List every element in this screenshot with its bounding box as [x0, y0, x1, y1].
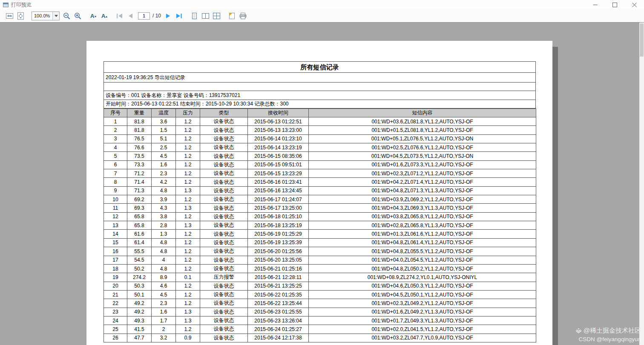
- table-cell: 1.7: [152, 316, 176, 325]
- table-cell: 2015-06-21 13:25:25: [248, 282, 309, 290]
- watermark-line1: @稀土掘金技术社区: [584, 327, 641, 335]
- report-device-line: 设备编号：001 设备名称：景享宴 设备号码：13917537021: [104, 91, 536, 100]
- page-number-input[interactable]: [138, 12, 150, 20]
- table-row: 1069.23.91.2设备状态2015-06-17 01:24:07001:W…: [104, 195, 536, 204]
- table-cell: 49.2: [127, 308, 152, 316]
- table-cell: 4.5: [152, 152, 176, 160]
- table-cell: 2015-06-20 01:25:56: [248, 247, 309, 256]
- table-cell: 50.2: [127, 264, 152, 273]
- table-cell: 71.4: [127, 178, 152, 186]
- column-header: 接收时间: [248, 109, 309, 117]
- facing-pages-view-button[interactable]: [201, 11, 210, 20]
- last-page-button[interactable]: [175, 11, 184, 20]
- table-cell: 3.6: [152, 117, 176, 126]
- table-cell: 7: [104, 169, 127, 178]
- table-body: 181.83.61.2设备状态2015-06-13 01:22:51001:WD…: [104, 117, 536, 342]
- print-button[interactable]: [239, 11, 247, 20]
- table-cell: 14: [104, 230, 127, 238]
- grid-view-button[interactable]: [212, 11, 221, 20]
- table-row: 2050.34.61.2设备状态2015-06-21 13:25:25001:W…: [104, 282, 536, 290]
- zoom-out-button[interactable]: [62, 11, 71, 20]
- table-cell: 设备状态: [200, 134, 248, 143]
- vertical-scrollbar[interactable]: [639, 23, 644, 345]
- table-cell: 2: [104, 126, 127, 134]
- previous-page-button[interactable]: [126, 11, 135, 20]
- table-cell: 设备状态: [200, 117, 248, 126]
- table-cell: 001:WD+04.5,ZL073.5,YL1.2,AUTO,YSJ-ON: [309, 152, 536, 160]
- table-cell: 81.8: [127, 117, 152, 126]
- fit-page-button[interactable]: [16, 11, 25, 20]
- zoom-in-button[interactable]: [73, 11, 82, 20]
- table-cell: 81.8: [127, 126, 152, 134]
- table-cell: 2015-06-24 12:17:38: [248, 334, 309, 342]
- table-row: 2647.73.20.9设备状态2015-06-24 12:17:38001:W…: [104, 334, 536, 342]
- fit-width-button[interactable]: [5, 11, 14, 20]
- table-cell: 2015-06-22 01:25:35: [248, 290, 309, 299]
- table-cell: 001:WD+01.5,ZL081.8,YL1.2,AUTO,YSJ-OF: [309, 126, 536, 134]
- table-cell: 55.5: [127, 247, 152, 256]
- table-cell: 71.3: [127, 186, 152, 195]
- table-cell: 设备状态: [200, 143, 248, 152]
- table-cell: 001:WD+01.6,ZL073.3,YL1.2,AUTO,YSJ-OF: [309, 160, 536, 169]
- close-button[interactable]: [624, 0, 644, 9]
- scrollbar-thumb[interactable]: [640, 23, 644, 57]
- single-page-view-button[interactable]: [190, 11, 199, 20]
- table-row: 1265.83.81.2设备状态2015-06-18 01:25:10001:W…: [104, 212, 536, 221]
- table-cell: 1.2: [176, 152, 200, 160]
- table-cell: 1.2: [176, 143, 200, 152]
- table-cell: 76.6: [127, 143, 152, 152]
- table-cell: 274.2: [127, 273, 152, 282]
- table-cell: 设备状态: [200, 325, 248, 334]
- table-cell: 2015-06-23 01:25:55: [248, 308, 309, 316]
- window-title: 打印预览: [11, 1, 32, 9]
- table-cell: 2015-06-16 13:24:45: [248, 186, 309, 195]
- table-cell: 001:WD+08.9,ZL274.2,YL0.1,AUTO,YSJ-ONIYL: [309, 273, 536, 282]
- table-cell: 设备状态: [200, 212, 248, 221]
- zoom-out-icon: [63, 12, 71, 20]
- table-row: 1169.34.31.3设备状态2015-06-17 13:25:00001:W…: [104, 204, 536, 212]
- table-cell: 1: [104, 117, 127, 126]
- column-header: 类型: [200, 109, 248, 117]
- table-cell: 1.2: [176, 195, 200, 204]
- table-cell: 1.2: [176, 178, 200, 186]
- single-page-icon: [190, 12, 198, 20]
- table-cell: 71.2: [127, 169, 152, 178]
- table-row: 771.22.31.2设备状态2015-06-15 13:23:29001:WD…: [104, 169, 536, 178]
- table-cell: 设备状态: [200, 334, 248, 342]
- next-page-button[interactable]: [164, 11, 172, 20]
- table-cell: 50.3: [127, 282, 152, 290]
- column-header: 短信内容: [309, 109, 536, 117]
- juejin-logo-icon: [575, 328, 582, 334]
- font-increase-icon: A: [100, 12, 108, 20]
- table-cell: 2.3: [152, 299, 176, 308]
- table-cell: 设备状态: [200, 282, 248, 290]
- table-cell: 65.8: [127, 221, 152, 230]
- minimize-button[interactable]: [585, 0, 605, 9]
- table-cell: 4.2: [152, 178, 176, 186]
- table-cell: 1.2: [176, 160, 200, 169]
- table-row: 1655.54.81.2设备状态2015-06-20 01:25:56001:W…: [104, 247, 536, 256]
- window-controls: [585, 0, 644, 9]
- font-decrease-button[interactable]: A: [89, 11, 98, 20]
- zoom-dropdown-arrow[interactable]: [52, 12, 59, 20]
- table-cell: 4.8: [152, 264, 176, 273]
- table-cell: 1.2: [176, 238, 200, 247]
- table-cell: 设备状态: [200, 238, 248, 247]
- table-cell: 2015-06-13 13:23:00: [248, 126, 309, 134]
- printer-icon: [239, 12, 247, 20]
- zoom-combobox[interactable]: 100.0%: [32, 11, 60, 20]
- table-cell: 001:WD+02.5,ZL076.6,YL1.2,AUTO,YSJ-OF: [309, 143, 536, 152]
- maximize-button[interactable]: [605, 0, 624, 9]
- table-cell: 001:WD+01.6,ZL049.2,YL1.3,AUTO,YSJ-OF: [309, 308, 536, 316]
- page-setup-button[interactable]: [227, 11, 236, 20]
- table-cell: 3: [104, 134, 127, 143]
- table-row: 1754.541.2设备状态2015-06-20 13:25:05001:WD+…: [104, 256, 536, 264]
- first-page-button[interactable]: [115, 11, 124, 20]
- table-cell: 2: [152, 325, 176, 334]
- table-cell: 2015-06-18 13:25:19: [248, 221, 309, 230]
- font-increase-button[interactable]: A: [100, 11, 109, 20]
- table-cell: 0.1: [176, 273, 200, 282]
- table-cell: 001:WD+02.3,ZL071.2,YL1.2,AUTO,YSJ-OF: [309, 169, 536, 178]
- table-cell: 2015-06-18 01:25:10: [248, 212, 309, 221]
- table-cell: 001:WD+03.9,ZL069.2,YL1.2,AUTO,YSJ-OF: [309, 195, 536, 204]
